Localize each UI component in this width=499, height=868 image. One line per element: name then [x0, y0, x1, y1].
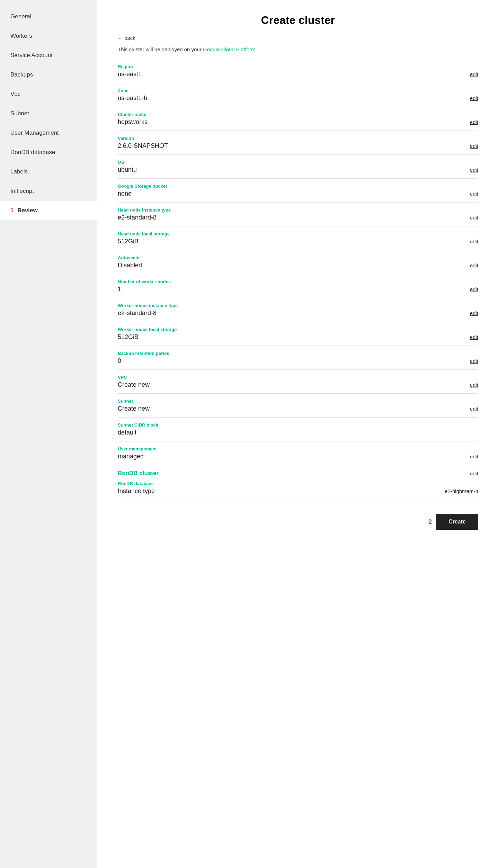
field-label-12: Backup retention period — [118, 351, 478, 356]
sidebar-item-review[interactable]: 1 Review — [0, 201, 97, 220]
field-section-16: User managementmanagededit — [118, 441, 478, 465]
field-value-15: default — [118, 429, 136, 436]
field-row-5: noneedit — [118, 190, 478, 197]
page-title: Create cluster — [118, 14, 478, 27]
rondb-db-label: RonDB database — [118, 481, 478, 486]
field-label-3: Version — [118, 136, 478, 141]
field-label-16: User management — [118, 446, 478, 451]
sidebar-item-vpc[interactable]: Vpc — [0, 84, 97, 104]
rondb-cluster-label[interactable]: RonDB cluster — [118, 470, 159, 477]
field-edit-16[interactable]: edit — [470, 454, 478, 459]
sidebar-label-review: Review — [17, 207, 38, 214]
field-value-6: e2-standard-8 — [118, 214, 157, 221]
field-edit-9[interactable]: edit — [470, 286, 478, 292]
sidebar-item-subnet[interactable]: Subnet — [0, 104, 97, 123]
field-value-2: hopsworks — [118, 118, 148, 126]
field-edit-14[interactable]: edit — [470, 406, 478, 412]
field-row-1: us-east1-bedit — [118, 95, 478, 102]
sidebar-label-backups: Backups — [10, 71, 33, 78]
field-section-11: Worker nodes local storage512GiBedit — [118, 322, 478, 346]
field-row-6: e2-standard-8edit — [118, 214, 478, 221]
field-label-7: Head node local storage — [118, 231, 478, 236]
sidebar-label-rondb-database: RonDB database — [10, 149, 55, 155]
field-row-15: default — [118, 429, 478, 436]
fields-container: Regionus-east1editZoneus-east1-beditClus… — [118, 59, 478, 465]
field-value-11: 512GiB — [118, 333, 139, 341]
field-section-5: Google Storage bucketnoneedit — [118, 179, 478, 203]
field-edit-8[interactable]: edit — [470, 262, 478, 268]
sidebar-item-rondb-database[interactable]: RonDB database — [0, 143, 97, 162]
sidebar-item-backups[interactable]: Backups — [0, 65, 97, 84]
field-row-16: managededit — [118, 453, 478, 460]
field-row-10: e2-standard-8edit — [118, 310, 478, 317]
field-value-16: managed — [118, 453, 144, 460]
sidebar-label-vpc: Vpc — [10, 91, 20, 97]
field-section-2: Cluster namehopsworksedit — [118, 107, 478, 131]
field-label-4: OS — [118, 160, 478, 165]
field-edit-3[interactable]: edit — [470, 143, 478, 149]
field-edit-2[interactable]: edit — [470, 119, 478, 125]
field-edit-1[interactable]: edit — [470, 95, 478, 101]
deploy-note-text: This cluster will be deployed on your — [118, 46, 203, 52]
rondb-db-section: RonDB database Instance type e2-highmem-… — [118, 478, 478, 500]
field-label-1: Zone — [118, 88, 478, 93]
field-edit-13[interactable]: edit — [470, 382, 478, 388]
field-edit-0[interactable]: edit — [470, 71, 478, 77]
field-value-10: e2-standard-8 — [118, 310, 157, 317]
field-edit-5[interactable]: edit — [470, 191, 478, 197]
sidebar-label-subnet: Subnet — [10, 110, 29, 117]
field-value-9: 1 — [118, 286, 121, 293]
sidebar-item-labels[interactable]: Labels — [0, 162, 97, 181]
field-row-3: 2.6.0-SNAPSHOTedit — [118, 142, 478, 150]
field-row-12: 0edit — [118, 357, 478, 365]
rondb-cluster-section: RonDB cluster edit — [118, 465, 478, 478]
field-section-6: Head node instance typee2-standard-8edit — [118, 203, 478, 226]
field-edit-12[interactable]: edit — [470, 358, 478, 364]
field-section-3: Version2.6.0-SNAPSHOTedit — [118, 131, 478, 155]
field-row-13: Create newedit — [118, 381, 478, 388]
sidebar-label-service-account: Service Account — [10, 52, 53, 59]
sidebar-item-init-script[interactable]: Init script — [0, 181, 97, 201]
field-value-7: 512GiB — [118, 238, 139, 245]
field-edit-11[interactable]: edit — [470, 334, 478, 340]
field-edit-10[interactable]: edit — [470, 310, 478, 316]
field-section-7: Head node local storage512GiBedit — [118, 226, 478, 250]
create-button[interactable]: Create — [436, 514, 478, 530]
sidebar-item-service-account[interactable]: Service Account — [0, 46, 97, 65]
field-label-9: Number of worker nodes — [118, 279, 478, 284]
field-value-5: none — [118, 190, 132, 197]
field-value-4: ubuntu — [118, 166, 137, 173]
field-label-8: Autoscale — [118, 255, 478, 260]
field-label-15: Subnet CIDR block — [118, 422, 478, 428]
field-value-13: Create new — [118, 381, 150, 388]
field-section-0: Regionus-east1edit — [118, 59, 478, 83]
rondb-cluster-edit[interactable]: edit — [470, 471, 478, 476]
field-label-5: Google Storage bucket — [118, 184, 478, 189]
sidebar-item-user-management[interactable]: User Management — [0, 123, 97, 143]
field-row-2: hopsworksedit — [118, 118, 478, 126]
field-row-7: 512GiBedit — [118, 238, 478, 245]
field-edit-6[interactable]: edit — [470, 215, 478, 221]
sidebar-label-general: General — [10, 13, 31, 20]
field-edit-4[interactable]: edit — [470, 167, 478, 173]
instance-type-row: Instance type e2-highmem-4 — [118, 487, 478, 495]
deploy-link[interactable]: Google Cloud Platform. — [203, 46, 257, 52]
step-badge-review: 1 — [10, 207, 15, 214]
field-edit-7[interactable]: edit — [470, 239, 478, 244]
instance-type-value: e2-highmem-4 — [445, 488, 478, 494]
field-section-9: Number of worker nodes1edit — [118, 274, 478, 298]
field-section-8: AutoscaleDisablededit — [118, 250, 478, 274]
field-value-14: Create new — [118, 405, 150, 412]
field-label-2: Cluster name — [118, 112, 478, 117]
field-section-1: Zoneus-east1-bedit — [118, 83, 478, 107]
field-value-3: 2.6.0-SNAPSHOT — [118, 142, 168, 150]
sidebar-label-init-script: Init script — [10, 188, 34, 194]
back-link[interactable]: back — [118, 35, 478, 41]
sidebar: GeneralWorkersService AccountBackupsVpcS… — [0, 0, 97, 868]
field-section-12: Backup retention period0edit — [118, 346, 478, 370]
sidebar-item-general[interactable]: General — [0, 7, 97, 26]
sidebar-item-workers[interactable]: Workers — [0, 26, 97, 46]
deploy-note: This cluster will be deployed on your Go… — [118, 46, 478, 52]
field-section-10: Worker nodes instance typee2-standard-8e… — [118, 298, 478, 322]
field-label-0: Region — [118, 64, 478, 69]
